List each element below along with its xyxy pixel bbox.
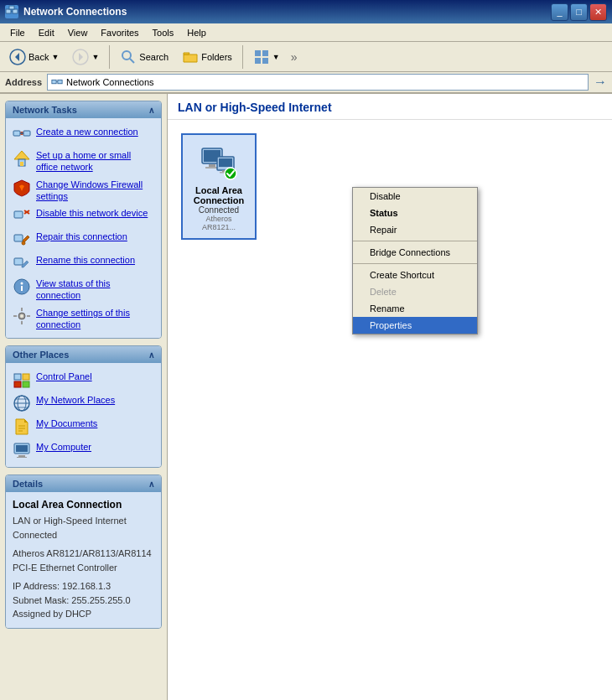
network-tasks-header[interactable]: Network Tasks ∧ [6, 101, 161, 118]
my-documents-label: My Documents [36, 417, 97, 429]
menu-file[interactable]: File [3, 26, 32, 39]
ctx-delete: Delete [353, 283, 477, 300]
menu-edit[interactable]: Edit [32, 26, 61, 39]
create-connection-icon [13, 126, 31, 144]
svg-rect-52 [16, 445, 28, 452]
main-container: Network Tasks ∧ Create a new connection [0, 94, 612, 700]
my-documents-icon [13, 417, 31, 436]
network-tasks-section: Network Tasks ∧ Create a new connection [5, 101, 162, 339]
other-places-label: Other Places [13, 350, 69, 360]
folders-icon [182, 49, 199, 65]
details-line-3: Atheros AR8121/AR8113/AR8114 PCI-E Ether… [13, 547, 154, 574]
details-line-6: Subnet Mask: 255.255.255.0 [13, 594, 154, 608]
details-header[interactable]: Details ∧ [6, 475, 161, 492]
svg-marker-21 [14, 151, 29, 159]
menu-view[interactable]: View [61, 26, 95, 39]
sidebar-item-home-network[interactable]: Set up a home or small office network [9, 147, 158, 176]
svg-rect-27 [14, 235, 23, 241]
close-button[interactable]: ✕ [589, 3, 607, 21]
context-menu: Disable Status Repair Bridge Connections… [352, 187, 478, 334]
sidebar-item-my-computer[interactable]: My Computer [9, 438, 158, 462]
forward-icon [72, 49, 89, 65]
details-connection-name: Local Area Connection [13, 499, 154, 511]
connection-name: Local Area Connection [189, 185, 248, 205]
view-button[interactable]: ▼ [247, 45, 286, 69]
view-status-label: View status of this connection [36, 277, 154, 302]
other-places-body: Control Panel My Network Places [6, 363, 161, 467]
svg-rect-1 [13, 9, 18, 13]
svg-rect-53 [18, 455, 25, 457]
sidebar-item-rename[interactable]: Rename this connection [9, 251, 158, 275]
ctx-bridge[interactable]: Bridge Connections [353, 244, 477, 261]
sidebar-item-firewall[interactable]: Change Windows Firewall settings [9, 176, 158, 205]
connection-item[interactable]: Local Area Connection Connected Atheros … [181, 133, 257, 240]
svg-rect-29 [14, 258, 23, 265]
folders-button[interactable]: Folders [176, 45, 238, 69]
home-network-icon [13, 149, 31, 168]
ctx-rename[interactable]: Rename [353, 300, 477, 317]
control-panel-icon [13, 371, 31, 389]
sidebar-item-repair[interactable]: Repair this connection [9, 228, 158, 251]
svg-point-31 [21, 283, 23, 285]
home-network-label: Set up a home or small office network [36, 149, 154, 174]
minimize-button[interactable]: _ [551, 3, 568, 21]
ctx-repair[interactable]: Repair [353, 221, 477, 238]
rename-icon [13, 254, 31, 272]
sidebar-item-create-connection[interactable]: Create a new connection [9, 123, 158, 147]
ctx-properties[interactable]: Properties [353, 317, 477, 334]
svg-rect-11 [262, 50, 268, 56]
ctx-shortcut[interactable]: Create Shortcut [353, 267, 477, 283]
sidebar-item-view-status[interactable]: View status of this connection [9, 275, 158, 304]
svg-rect-10 [255, 50, 261, 56]
content-body: Local Area Connection Connected Atheros … [168, 120, 612, 253]
svg-rect-60 [219, 158, 232, 167]
forward-dropdown-icon[interactable]: ▼ [91, 53, 99, 61]
sidebar-item-network-places[interactable]: My Network Places [9, 391, 158, 415]
svg-line-9 [130, 59, 134, 63]
maximize-button[interactable]: □ [570, 3, 588, 21]
app-icon [5, 5, 18, 18]
change-settings-label: Change settings of this connection [36, 307, 154, 331]
back-button[interactable]: Back ▼ [3, 45, 65, 69]
svg-rect-40 [23, 374, 29, 380]
svg-rect-24 [14, 211, 23, 218]
other-places-header[interactable]: Other Places ∧ [6, 346, 161, 363]
menu-tools[interactable]: Tools [146, 26, 181, 39]
sidebar-item-my-documents[interactable]: My Documents [9, 415, 158, 438]
ctx-sep-2 [353, 263, 477, 264]
sidebar-item-change-settings[interactable]: Change settings of this connection [9, 304, 158, 334]
svg-rect-0 [6, 9, 11, 13]
sidebar-item-control-panel[interactable]: Control Panel [9, 368, 158, 391]
svg-rect-57 [209, 164, 215, 167]
address-value: Network Connections [66, 77, 154, 87]
address-bar: Address Network Connections → [0, 72, 612, 94]
address-icon [51, 76, 63, 88]
address-go-icon[interactable]: → [594, 75, 607, 90]
sidebar: Network Tasks ∧ Create a new connection [0, 94, 168, 700]
svg-rect-12 [255, 58, 261, 64]
firewall-icon [13, 179, 31, 197]
back-dropdown-icon[interactable]: ▼ [51, 53, 59, 61]
view-dropdown-icon[interactable]: ▼ [272, 53, 280, 61]
ctx-status[interactable]: Status [353, 205, 477, 221]
my-computer-icon [13, 441, 31, 459]
content-title: LAN or High-Speed Internet [178, 101, 602, 114]
search-button[interactable]: Search [114, 45, 174, 69]
window-title: Network Connections [23, 6, 546, 18]
address-label: Address [5, 77, 42, 87]
address-field[interactable]: Network Connections [47, 74, 589, 91]
other-places-chevron: ∧ [148, 350, 154, 360]
toolbar-more[interactable]: » [288, 49, 301, 65]
svg-point-34 [20, 314, 23, 318]
menu-favorites[interactable]: Favorites [94, 26, 145, 39]
svg-rect-13 [262, 58, 268, 64]
firewall-label: Change Windows Firewall settings [36, 179, 154, 203]
forward-button[interactable]: ▼ [66, 45, 105, 69]
network-places-label: My Network Places [36, 394, 115, 406]
back-label: Back [29, 52, 49, 62]
ctx-disable[interactable]: Disable [353, 188, 477, 205]
menu-help[interactable]: Help [180, 26, 213, 39]
search-icon [120, 49, 137, 65]
svg-rect-23 [20, 162, 23, 166]
sidebar-item-disable-device[interactable]: Disable this network device [9, 205, 158, 228]
